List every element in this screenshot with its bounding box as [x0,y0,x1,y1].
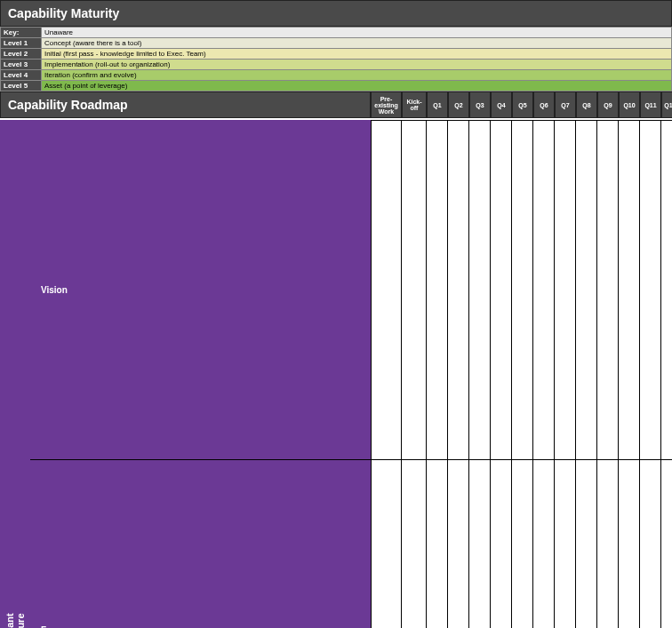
grid-cell[interactable] [512,460,533,628]
col-kickoff: Kick-off [402,91,427,118]
col-q10: Q10 [619,91,640,118]
grid-cell[interactable] [402,460,427,628]
col-q7: Q7 [555,91,576,118]
key-level-label: Level 5 [1,81,42,91]
key-level-desc: Iteration (confirm and evolve) [42,70,672,81]
grid-cell[interactable] [555,120,576,460]
roadmap-body: Vibrant CultureVisionFocusBehaviorDiscip… [0,120,672,628]
col-q3: Q3 [469,91,491,118]
key-level-desc: Asset (a point of leverage) [42,81,672,91]
key-level-desc: Implementation (roll-out to organization… [42,60,672,70]
timeline-header: Pre- existing WorkKick-offQ1Q2Q3Q4Q5Q6Q7… [371,91,672,118]
col-q5: Q5 [512,91,533,118]
category-grid [371,120,672,628]
capability-label: Focus [30,460,371,628]
col-q2: Q2 [448,91,469,118]
grid-cell[interactable] [661,460,672,628]
roadmap-header: Capability Roadmap Pre- existing WorkKic… [0,91,672,118]
roadmap-title: Capability Roadmap [0,91,371,118]
grid-cell[interactable] [576,460,597,628]
col-q12+: Q12+ [661,91,672,118]
grid-cell[interactable] [469,120,491,460]
grid-cell[interactable] [619,460,640,628]
key-level-label: Level 3 [1,60,42,70]
grid-cell[interactable] [640,460,661,628]
col-q6: Q6 [533,91,555,118]
grid-cell[interactable] [661,120,672,460]
grid-cell[interactable] [640,120,661,460]
grid-cell[interactable] [576,120,597,460]
grid-cell[interactable] [448,460,469,628]
grid-cell[interactable] [597,120,619,460]
maturity-key-table: Key:UnawareLevel 1Concept (aware there i… [0,27,672,91]
key-level-label: Level 4 [1,70,42,81]
grid-cell[interactable] [427,120,448,460]
category-block: Vibrant CultureVisionFocusBehavior [0,120,672,628]
key-level-desc: Unaware [42,28,672,38]
maturity-header: Capability Maturity [0,0,672,27]
grid-row [371,120,672,460]
col-q4: Q4 [491,91,512,118]
grid-cell[interactable] [597,460,619,628]
category-sidebar: Vibrant Culture [0,120,30,628]
key-level-label: Level 2 [1,49,42,60]
key-level-label: Key: [1,28,42,38]
grid-cell[interactable] [533,460,555,628]
grid-cell[interactable] [371,120,402,460]
grid-row [371,460,672,628]
key-level-desc: Initial (first pass - knowledge limited … [42,49,672,60]
col-q11: Q11 [640,91,661,118]
grid-cell[interactable] [402,120,427,460]
key-level-label: Level 1 [1,38,42,49]
grid-cell[interactable] [491,120,512,460]
key-level-desc: Concept (aware there is a tool) [42,38,672,49]
col-q1: Q1 [427,91,448,118]
grid-cell[interactable] [448,120,469,460]
grid-cell[interactable] [371,460,402,628]
col-q9: Q9 [597,91,619,118]
grid-cell[interactable] [619,120,640,460]
grid-cell[interactable] [469,460,491,628]
grid-cell[interactable] [512,120,533,460]
category-body: VisionFocusBehavior [30,120,371,628]
grid-cell[interactable] [555,460,576,628]
grid-cell[interactable] [427,460,448,628]
col-q8: Q8 [576,91,597,118]
grid-cell[interactable] [533,120,555,460]
col-pre-existing: Pre- existing Work [371,91,402,118]
capability-label: Vision [30,120,371,460]
grid-cell[interactable] [491,460,512,628]
